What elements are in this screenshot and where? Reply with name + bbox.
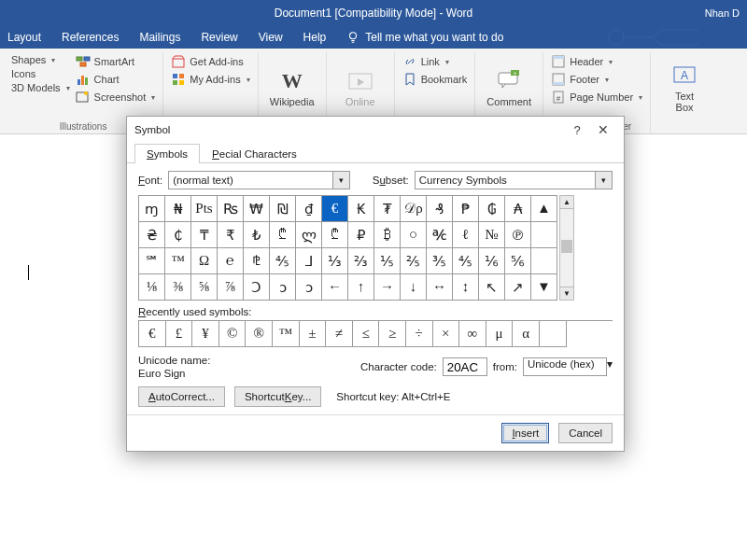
tell-me-search[interactable]: Tell me what you want to do <box>346 31 503 44</box>
recent-symbol-cell[interactable]: € <box>139 321 166 347</box>
symbol-cell[interactable]: ⅝ <box>191 274 218 301</box>
recent-symbol-cell[interactable]: ™ <box>273 321 300 347</box>
symbol-cell[interactable]: ₵ <box>165 222 191 248</box>
tab-special-characters[interactable]: Pecial Characters <box>200 144 309 163</box>
smartart-button[interactable]: SmartArt <box>76 54 156 69</box>
charcode-input[interactable] <box>443 357 487 376</box>
symbol-cell[interactable]: ₰ <box>427 196 453 222</box>
font-combo[interactable]: (normal text) <box>168 171 333 189</box>
tab-help[interactable]: Help <box>303 31 327 44</box>
recent-symbol-cell[interactable]: ± <box>300 321 327 347</box>
symbol-cell[interactable]: ← <box>322 274 348 301</box>
symbol-cell[interactable]: ᴐ <box>296 274 322 301</box>
comment-button[interactable]: + Comment <box>483 54 535 119</box>
symbol-cell[interactable]: ℗ <box>505 222 531 248</box>
symbol-cell[interactable]: ⅙ <box>479 248 505 274</box>
symbol-cell[interactable]: ₪ <box>270 196 296 222</box>
recent-symbol-cell[interactable]: ≠ <box>326 321 353 347</box>
symbol-cell[interactable]: ₦ <box>165 196 191 222</box>
recent-symbol-cell[interactable]: ≥ <box>379 321 406 347</box>
symbol-cell[interactable]: ₹ <box>218 222 244 248</box>
tab-layout[interactable]: Layout <box>7 31 41 44</box>
symbol-cell[interactable]: ͻ <box>270 274 296 301</box>
recent-symbol-cell[interactable]: ÷ <box>406 321 433 347</box>
symbol-cell[interactable]: ⅜ <box>165 274 191 301</box>
tab-review[interactable]: Review <box>201 31 237 44</box>
recent-symbol-cell[interactable]: ∞ <box>459 321 486 347</box>
symbol-cell[interactable]: ₳ <box>505 196 531 222</box>
symbol-cell[interactable]: ℓ <box>453 222 479 248</box>
symbol-cell[interactable]: ₴ <box>139 222 165 248</box>
symbol-cell[interactable]: ⅘ <box>453 248 479 274</box>
close-button[interactable]: ✕ <box>590 122 616 137</box>
page-number-button[interactable]: #Page Number <box>551 90 642 105</box>
recent-symbol-cell[interactable]: ≤ <box>353 321 380 347</box>
tab-references[interactable]: References <box>62 31 119 44</box>
scroll-track[interactable] <box>560 209 573 287</box>
recent-symbols-grid[interactable]: €£¥©®™±≠≤≥÷×∞μα <box>138 320 613 347</box>
scroll-down-button[interactable]: ▼ <box>560 287 573 300</box>
symbol-cell[interactable]: ₸ <box>191 222 218 248</box>
symbol-cell[interactable]: ⅖ <box>401 248 427 274</box>
insert-button[interactable]: Insert <box>501 423 549 443</box>
bookmark-button[interactable]: Bookmark <box>402 72 468 87</box>
symbol-cell[interactable]: ↗ <box>505 274 531 301</box>
help-button[interactable]: ? <box>564 123 590 137</box>
symbol-cell[interactable]: ⅚ <box>505 248 531 274</box>
symbol-cell[interactable]: ↔ <box>427 274 453 301</box>
symbol-cell[interactable]: ℠ <box>139 248 165 274</box>
symbol-cell[interactable]: ℮ <box>218 248 244 274</box>
symbol-cell[interactable]: ↖ <box>479 274 505 301</box>
symbol-cell[interactable]: ₨ <box>218 196 244 222</box>
symbol-cell[interactable]: ₺ <box>244 222 270 248</box>
recent-symbol-cell[interactable]: × <box>433 321 460 347</box>
cancel-button[interactable]: Cancel <box>558 423 613 443</box>
scroll-thumb[interactable] <box>561 240 572 253</box>
from-combo[interactable]: Unicode (hex) <box>523 357 607 376</box>
symbol-cell[interactable]: ₱ <box>453 196 479 222</box>
symbol-cell[interactable]: ɱ <box>139 196 165 222</box>
symbol-scrollbar[interactable]: ▲ ▼ <box>559 195 574 301</box>
symbol-cell[interactable]: ↓ <box>401 274 427 301</box>
symbol-cell[interactable]: ™ <box>165 248 191 274</box>
symbol-cell[interactable]: ⅊ <box>244 248 270 274</box>
symbol-cell[interactable]: ⅔ <box>348 248 374 274</box>
symbol-cell[interactable]: ₮ <box>374 196 401 222</box>
symbol-cell[interactable]: ↕ <box>453 274 479 301</box>
symbol-cell[interactable]: ₾ <box>322 222 348 248</box>
autocorrect-button[interactable]: AutoCorrect... <box>138 386 225 407</box>
symbol-cell[interactable] <box>531 248 557 274</box>
recent-symbol-cell[interactable]: μ <box>486 321 514 347</box>
symbol-grid[interactable]: ɱ₦Pts₨₩₪₫€₭₮𝒟ρ₰₱₲₳▲₴₵₸₹₺₾ლ₾₽₿○℀ℓ№℗℠™Ω℮⅊⅘… <box>138 195 557 301</box>
scroll-up-button[interactable]: ▲ <box>560 196 573 209</box>
subset-combo[interactable]: Currency Symbols <box>415 171 596 189</box>
symbol-cell[interactable]: ⅞ <box>218 274 244 301</box>
recent-symbol-cell[interactable]: £ <box>166 321 193 347</box>
symbol-cell[interactable]: ⅘ <box>270 248 296 274</box>
symbol-cell[interactable]: ₲ <box>479 196 505 222</box>
my-addins-button[interactable]: My Add-ins <box>171 72 249 87</box>
symbol-cell[interactable]: → <box>374 274 401 301</box>
chart-button[interactable]: Chart <box>76 72 156 87</box>
symbol-cell[interactable]: 𝒟ρ <box>401 196 427 222</box>
tab-symbols[interactable]: Symbols <box>134 144 200 163</box>
symbol-cell[interactable]: ○ <box>401 222 427 248</box>
recent-symbol-cell[interactable]: © <box>219 321 247 347</box>
symbol-cell[interactable]: ▼ <box>531 274 557 301</box>
symbol-cell[interactable]: ₭ <box>348 196 374 222</box>
recent-symbol-cell[interactable]: ¥ <box>192 321 219 347</box>
symbol-cell[interactable]: ↑ <box>348 274 374 301</box>
wikipedia-button[interactable]: W Wikipedia <box>266 54 318 119</box>
symbol-cell[interactable]: ₽ <box>348 222 374 248</box>
from-combo-arrow[interactable]: ▾ <box>607 357 613 376</box>
symbol-cell[interactable]: ₩ <box>244 196 270 222</box>
text-box-button[interactable]: A Text Box <box>658 54 711 119</box>
symbol-cell[interactable]: ₾ <box>270 222 296 248</box>
recent-symbol-cell[interactable]: α <box>513 321 540 347</box>
symbol-cell[interactable]: ⅛ <box>139 274 165 301</box>
symbol-cell[interactable]: ლ <box>296 222 322 248</box>
header-button[interactable]: Header <box>551 54 642 69</box>
link-button[interactable]: Link <box>402 54 468 69</box>
tab-mailings[interactable]: Mailings <box>139 31 180 44</box>
symbol-cell[interactable]: ₫ <box>296 196 322 222</box>
